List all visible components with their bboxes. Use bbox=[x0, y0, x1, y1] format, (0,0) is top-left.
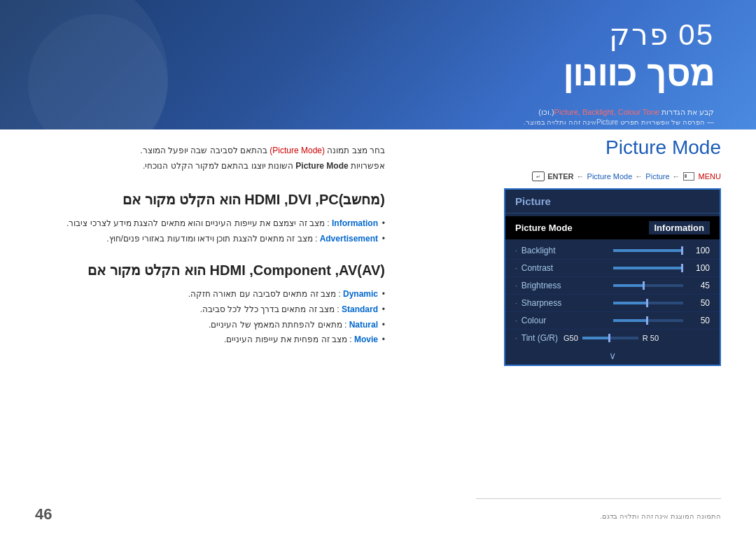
enter-label: ENTER bbox=[547, 172, 573, 181]
tint-r-label: R 50 bbox=[643, 334, 659, 342]
bullet-movie: Movie : מצב זה מפחית את עייפות העיניים. bbox=[42, 332, 385, 348]
dot-tint: · bbox=[515, 335, 517, 342]
bullet-information: Information : מצב זה יצמצם את עייפות העי… bbox=[42, 216, 385, 232]
separator-line bbox=[476, 498, 721, 499]
page-number: 46 bbox=[35, 505, 52, 524]
subtitle-text2: (.וכו) bbox=[538, 108, 554, 116]
nav-arrow1: ← bbox=[577, 172, 584, 181]
label-sharpness: Sharpness bbox=[522, 298, 608, 308]
chapter-number: 05 פרק bbox=[563, 17, 714, 52]
section2-bullets: Dynamic : מצב זה מתאים לסביבה עם תאורה ח… bbox=[42, 287, 385, 347]
tint-row: · Tint (G/R) G50 R 50 bbox=[505, 330, 720, 346]
setting-row-colour: · Colour 50 bbox=[505, 312, 720, 330]
header-sub2: — הפרסה של אפשרויות תפריט Pictureאינה זה… bbox=[524, 118, 714, 126]
bar-fill-brightness bbox=[613, 284, 645, 287]
bullet-movie-text: : מצב זה מפחית את עייפות העיניים. bbox=[224, 335, 354, 344]
chevron-down-icon: ∨ bbox=[609, 350, 616, 361]
bar-sharpness bbox=[613, 302, 683, 304]
sub2-text1: — הפרסה של אפשרויות תפריט bbox=[618, 118, 714, 126]
subtitle-text1: קבע את הגדרות bbox=[659, 108, 714, 116]
dot-brightness: · bbox=[515, 282, 517, 290]
bullet-natural-text: : מתאים להפחתת המאמץ של העיניים. bbox=[209, 320, 349, 330]
bar-fill-contrast bbox=[613, 267, 683, 269]
nav-picture-mode: Picture Mode bbox=[587, 172, 633, 181]
bullet-movie-label: Movie bbox=[354, 335, 378, 344]
bar-contrast bbox=[613, 267, 683, 269]
picture-box-header: Picture bbox=[505, 190, 720, 213]
intro-highlight: (Picture Mode) bbox=[270, 146, 325, 155]
nav-menu: MENU bbox=[699, 172, 721, 181]
setting-row-sharpness: · Sharpness 50 bbox=[505, 295, 720, 312]
picture-mode-label: Picture Mode bbox=[515, 223, 573, 233]
setting-row-contrast: · Contrast 100 bbox=[505, 260, 720, 277]
main-content: בחר מצב תמונה (Picture Mode) בהתאם לסביב… bbox=[0, 129, 756, 534]
bar-brightness bbox=[613, 284, 683, 287]
subtitle-highlight: Picture, Backlight, Colour Tone bbox=[554, 108, 659, 116]
setting-row-backlight: · Backlight 100 bbox=[505, 242, 720, 260]
dot-contrast: · bbox=[515, 265, 517, 272]
bar-fill-colour bbox=[613, 319, 648, 322]
section2-title: (AV)HDMI ,Component ,AV הוא הקלט מקור אם bbox=[42, 262, 385, 279]
bullet-standard-label: Standard bbox=[342, 304, 378, 314]
header-subtitle: קבע את הגדרות Picture, Backlight, Colour… bbox=[538, 108, 714, 117]
value-sharpness: 50 bbox=[689, 298, 710, 308]
bullet-standard: Standard : מצב זה מתאים בדרך כלל לכל סבי… bbox=[42, 302, 385, 318]
chevron-row: ∨ bbox=[505, 346, 720, 365]
intro-text: בחר מצב תמונה (Picture Mode) בהתאם לסביב… bbox=[42, 143, 385, 174]
menu-icon bbox=[683, 172, 694, 181]
bullet-dynamic: Dynamic : מצב זה מתאים לסביבה עם תאורה ח… bbox=[42, 287, 385, 302]
setting-row-brightness: · Brightness 45 bbox=[505, 277, 720, 295]
bullet-natural-label: Natural bbox=[349, 320, 378, 330]
right-panel: Picture Mode ↵ ENTER ← Picture Mode ← Pi… bbox=[476, 136, 721, 366]
bar-backlight bbox=[613, 249, 683, 252]
bullet-dynamic-text: : מצב זה מתאים לסביבה עם תאורה חזקה. bbox=[188, 289, 343, 299]
bar-thumb-colour bbox=[646, 316, 648, 325]
bullet-dynamic-label: Dynamic bbox=[343, 289, 378, 299]
header-title: 05 פרק מסך כוונון bbox=[563, 17, 714, 94]
sub2-text2: אינה זהה ותלויה במוצר. bbox=[524, 118, 596, 126]
dot-sharpness: · bbox=[515, 300, 517, 307]
enter-icon: ↵ bbox=[532, 171, 545, 181]
bullet-advertisement-text: : מצב זה מתאים להצגת תוכן וידאו ומודעות … bbox=[106, 234, 319, 244]
footer-note: התמונה המוצגת אינה זהה ותלויה בדגם. bbox=[600, 512, 721, 520]
picture-mode-value: Information bbox=[649, 221, 710, 234]
intro-line1-end: בהתאם לסביבה שבה יופעל המוצר. bbox=[140, 146, 270, 155]
picture-mode-row: Picture Mode Information bbox=[505, 216, 720, 239]
label-colour: Colour bbox=[522, 316, 608, 325]
header-background: 05 פרק מסך כוונון קבע את הגדרות Picture,… bbox=[0, 0, 756, 129]
bar-fill-backlight bbox=[613, 249, 683, 252]
dot-colour: · bbox=[515, 317, 517, 325]
label-contrast: Contrast bbox=[522, 263, 608, 273]
value-colour: 50 bbox=[689, 316, 710, 325]
bar-thumb-brightness bbox=[643, 281, 645, 290]
bullet-natural: Natural : מתאים להפחתת המאמץ של העיניים. bbox=[42, 318, 385, 333]
picture-mode-heading: Picture Mode bbox=[476, 136, 721, 159]
sub2-highlight: Picture bbox=[596, 118, 618, 126]
value-brightness: 45 bbox=[689, 281, 710, 290]
label-brightness: Brightness bbox=[522, 281, 608, 290]
bar-thumb-backlight bbox=[681, 246, 683, 255]
label-backlight: Backlight bbox=[522, 246, 608, 255]
picture-settings-panel: Picture Picture Mode Information · Backl… bbox=[504, 188, 721, 366]
bullet-standard-text: : מצב זה מתאים בדרך כלל לכל סביבה. bbox=[200, 304, 342, 314]
chapter-title: מסך כוונון bbox=[563, 52, 714, 94]
nav-bar: ↵ ENTER ← Picture Mode ← Picture ← MENU bbox=[476, 171, 721, 181]
value-backlight: 100 bbox=[689, 246, 710, 255]
bullet-advertisement: Advertisement : מצב זה מתאים להצגת תוכן … bbox=[42, 232, 385, 247]
left-content: בחר מצב תמונה (Picture Mode) בהתאם לסביב… bbox=[42, 143, 385, 363]
nav-picture: Picture bbox=[645, 172, 669, 181]
value-contrast: 100 bbox=[689, 263, 710, 273]
intro-line2: אפשרויות Picture Mode השונות יוצגו בהתאם… bbox=[143, 161, 385, 171]
bar-fill-tint bbox=[582, 337, 610, 339]
section1-bullets: Information : מצב זה יצמצם את עייפות העי… bbox=[42, 216, 385, 246]
nav-arrow3: ← bbox=[673, 172, 680, 181]
bar-thumb-contrast bbox=[681, 264, 683, 272]
bar-colour bbox=[613, 319, 683, 322]
bar-thumb-sharpness bbox=[646, 299, 648, 307]
bullet-information-text: : מצב זה יצמצם את עייפות העיניים והוא מת… bbox=[66, 218, 332, 228]
bar-thumb-tint bbox=[608, 334, 610, 342]
section1-title: (מחשב)HDMI ,DVI ,PC הוא הקלט מקור אם bbox=[42, 191, 385, 208]
bar-fill-sharpness bbox=[613, 302, 648, 304]
bar-tint bbox=[582, 337, 638, 339]
label-tint: Tint (G/R) bbox=[522, 333, 558, 343]
